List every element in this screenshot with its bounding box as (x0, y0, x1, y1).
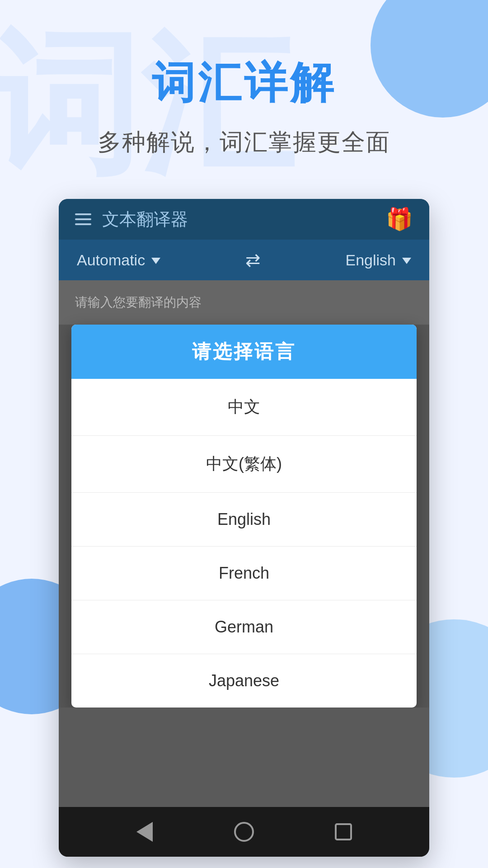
lang-bar: Automatic ⇄ English (59, 240, 429, 280)
language-item-zh[interactable]: 中文 (71, 379, 417, 436)
app-topbar: 文本翻译器 🎁 (59, 199, 429, 240)
recents-icon (335, 823, 352, 840)
app-title: 文本翻译器 (102, 208, 188, 231)
back-icon (136, 822, 153, 842)
language-item-fr[interactable]: French (71, 547, 417, 600)
source-lang-label: Automatic (77, 251, 145, 269)
gift-icon[interactable]: 🎁 (386, 207, 413, 232)
target-lang-dropdown-arrow (402, 258, 411, 264)
target-lang-label: English (345, 251, 396, 269)
input-area: 请输入您要翻译的内容 (59, 280, 429, 325)
language-list: 中文中文(繁体)EnglishFrenchGermanJapanese (71, 379, 417, 708)
main-title: 词汇详解 (27, 54, 461, 113)
recents-button[interactable] (325, 814, 361, 850)
topbar-left: 文本翻译器 (75, 208, 188, 231)
dialog-header: 请选择语言 (71, 325, 417, 379)
sub-title: 多种解说，词汇掌握更全面 (27, 127, 461, 158)
home-button[interactable] (226, 814, 262, 850)
back-button[interactable] (127, 814, 163, 850)
app-container: 文本翻译器 🎁 Automatic ⇄ English 请输入您要翻译的内容 请… (59, 199, 429, 857)
menu-icon[interactable] (75, 213, 91, 225)
dialog-title: 请选择语言 (192, 341, 296, 362)
home-icon (234, 822, 254, 842)
language-item-zh-tw[interactable]: 中文(繁体) (71, 436, 417, 493)
swap-icon[interactable]: ⇄ (245, 250, 261, 270)
bottom-nav (59, 807, 429, 857)
dialog-overlay: 请选择语言 中文中文(繁体)EnglishFrenchGermanJapanes… (59, 325, 429, 708)
top-section: 词汇详解 多种解说，词汇掌握更全面 (0, 0, 488, 185)
language-dialog: 请选择语言 中文中文(繁体)EnglishFrenchGermanJapanes… (71, 325, 417, 708)
source-lang-selector[interactable]: Automatic (77, 251, 160, 269)
language-item-en[interactable]: English (71, 493, 417, 547)
target-lang-selector[interactable]: English (345, 251, 411, 269)
language-item-de[interactable]: German (71, 600, 417, 654)
input-hint: 请输入您要翻译的内容 (75, 295, 202, 309)
language-item-ja[interactable]: Japanese (71, 654, 417, 708)
source-lang-dropdown-arrow (151, 258, 160, 264)
gray-area (59, 708, 429, 807)
